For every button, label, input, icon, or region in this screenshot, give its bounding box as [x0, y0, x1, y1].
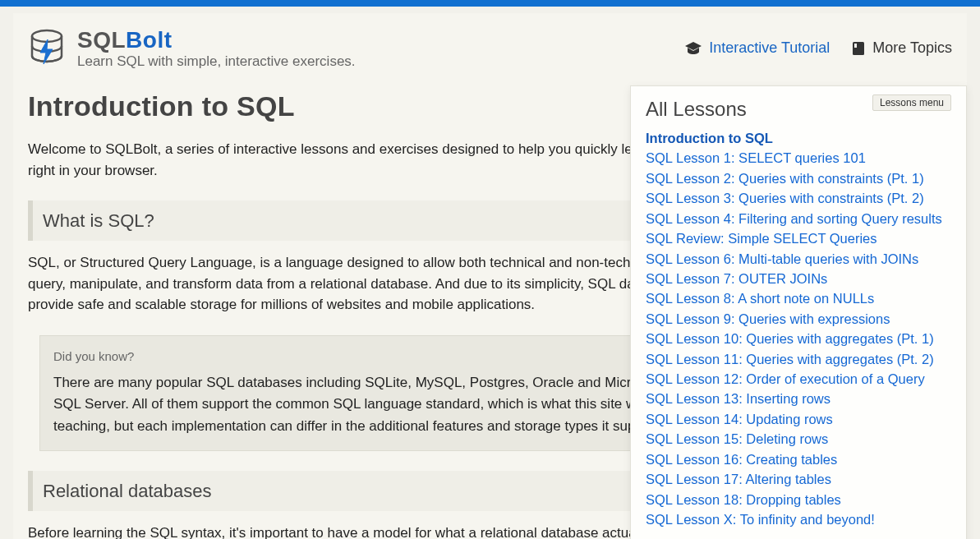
lesson-link[interactable]: SQL Lesson 13: Inserting rows — [646, 389, 951, 408]
lesson-link[interactable]: SQL Lesson 6: Multi-table queries with J… — [646, 250, 951, 269]
lesson-link[interactable]: SQL Lesson 17: Altering tables — [646, 470, 951, 489]
lesson-link[interactable]: Introduction to SQL — [646, 129, 951, 148]
logo-area[interactable]: SQLBolt Learn SQL with simple, interacti… — [28, 28, 356, 71]
lesson-link[interactable]: SQL Lesson 7: OUTER JOINs — [646, 270, 951, 288]
lesson-link[interactable]: SQL Lesson 11: Queries with aggregates (… — [646, 350, 951, 369]
did-you-know-box: Did you know? There are many popular SQL… — [39, 335, 688, 452]
header: SQLBolt Learn SQL with simple, interacti… — [13, 13, 967, 77]
nav-tutorial-label: Interactive Tutorial — [709, 39, 830, 57]
did-you-know-body: There are many popular SQL databases inc… — [53, 372, 674, 437]
lesson-link[interactable]: SQL Lesson 4: Filtering and sorting Quer… — [646, 210, 951, 228]
database-bolt-icon — [28, 28, 66, 71]
nav-more-topics[interactable]: More Topics — [851, 39, 952, 57]
lesson-link[interactable]: SQL Lesson 8: A short note on NULLs — [646, 289, 951, 308]
site-tagline: Learn SQL with simple, interactive exerc… — [77, 53, 356, 70]
lesson-link[interactable]: SQL Lesson 12: Order of execution of a Q… — [646, 370, 951, 389]
lesson-link[interactable]: SQL Lesson 9: Queries with expressions — [646, 310, 951, 329]
nav-interactive-tutorial[interactable]: Interactive Tutorial — [684, 39, 830, 57]
lesson-link[interactable]: SQL Lesson X: To infinity and beyond! — [646, 510, 951, 529]
lessons-list: Introduction to SQLSQL Lesson 1: SELECT … — [646, 129, 951, 529]
lesson-link[interactable]: SQL Lesson 14: Updating rows — [646, 410, 951, 429]
site-title-prefix: SQL — [77, 27, 126, 53]
section-relational-db-header: Relational databases — [28, 471, 702, 511]
lesson-link[interactable]: SQL Lesson 2: Queries with constraints (… — [646, 169, 951, 188]
lesson-link[interactable]: SQL Lesson 18: Dropping tables — [646, 491, 951, 509]
lesson-link[interactable]: SQL Lesson 3: Queries with constraints (… — [646, 189, 951, 208]
section-what-is-sql-body: SQL, or Structured Query Language, is a … — [28, 252, 702, 316]
nav-more-topics-label: More Topics — [872, 39, 952, 57]
logo-text: SQLBolt Learn SQL with simple, interacti… — [77, 28, 356, 70]
lessons-menu-panel: All Lessons Lessons menu Introduction to… — [630, 85, 967, 539]
lessons-menu-header: All Lessons Lessons menu — [646, 98, 951, 121]
lessons-menu-badge: Lessons menu — [872, 94, 951, 111]
site-title: SQLBolt — [77, 28, 356, 52]
intro-paragraph: Welcome to SQLBolt, a series of interact… — [28, 139, 702, 181]
svg-rect-2 — [854, 44, 857, 48]
graduation-cap-icon — [684, 41, 702, 56]
nav-links: Interactive Tutorial More Topics — [684, 39, 952, 57]
site-title-suffix: Bolt — [126, 27, 172, 53]
lesson-link[interactable]: SQL Lesson 15: Deleting rows — [646, 430, 951, 449]
lesson-link[interactable]: SQL Lesson 10: Queries with aggregates (… — [646, 329, 951, 348]
section-relational-db-body: Before learning the SQL syntax, it's imp… — [28, 523, 702, 539]
book-icon — [851, 41, 866, 56]
lesson-link[interactable]: SQL Lesson 16: Creating tables — [646, 450, 951, 469]
lesson-link[interactable]: SQL Lesson 1: SELECT queries 101 — [646, 149, 951, 168]
did-you-know-title: Did you know? — [53, 348, 674, 366]
page-container: SQLBolt Learn SQL with simple, interacti… — [13, 13, 967, 539]
section-what-is-sql-header: What is SQL? — [28, 200, 702, 241]
top-accent-bar — [0, 0, 980, 7]
lessons-menu-title: All Lessons — [646, 98, 747, 121]
lesson-link[interactable]: SQL Review: Simple SELECT Queries — [646, 229, 951, 248]
